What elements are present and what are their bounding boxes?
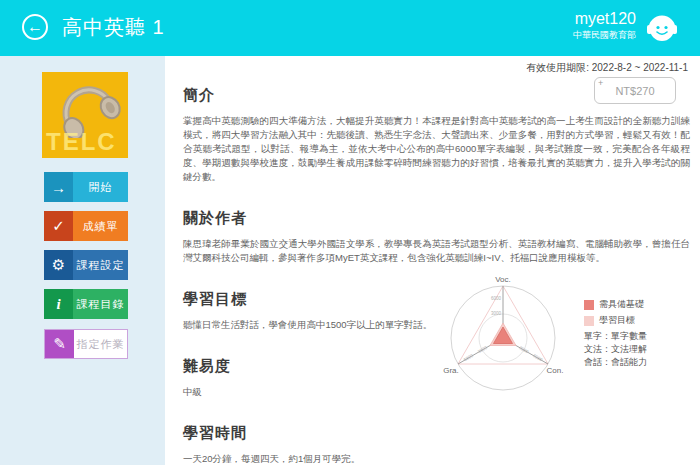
course-cover: TELC — [42, 72, 128, 158]
page-title: 高中英聽 1 — [62, 14, 165, 41]
pencil-icon: ✎ — [45, 330, 74, 358]
chart-legend: 需具備基礎 學習目標 單字：單字數量 文法：文法理解 會話：會話能力 — [584, 274, 647, 399]
account-block: myet120 中華民國教育部 — [573, 9, 636, 41]
tick-label: 3000 — [477, 345, 489, 355]
check-icon: ✓ — [44, 211, 73, 241]
legend-note-voc: 單字：單字數量 — [584, 330, 647, 343]
sidebar-item-label: 指定作業 — [74, 330, 127, 358]
account-organization: 中華民國教育部 — [573, 29, 636, 41]
legend-swatch-base — [584, 300, 594, 310]
account-name: myet120 — [573, 9, 636, 29]
tick-label: 6000 — [463, 353, 475, 363]
section-body-author: 陳思瑋老師畢業於國立交通大學外國語文學系，教學專長為英語考試題型分析、英語教材編… — [183, 237, 690, 265]
gear-icon: ⚙ — [44, 250, 73, 280]
sidebar-item-label: 課程目錄 — [73, 289, 128, 319]
section-heading-study-time: 學習時間 — [183, 424, 690, 443]
content-panel: 有效使用期限: 2022-8-2 ~ 2022-11-1 + NT$270 簡介… — [165, 56, 700, 465]
arrow-left-icon: ← — [27, 19, 43, 35]
price-button[interactable]: + NT$270 — [594, 77, 676, 104]
sidebar-item-course-catalog[interactable]: i 課程目錄 — [44, 289, 128, 319]
sidebar-item-label: 課程設定 — [73, 250, 128, 280]
section-body-intro: 掌握高中英聽測驗的四大準備方法，大幅提升英聽實力！本課程是針對高中英聽考試的高一… — [183, 114, 690, 184]
topbar: ← 高中英聽 1 myet120 中華民國教育部 — [0, 0, 700, 56]
section-heading-author: 關於作者 — [183, 209, 690, 228]
legend-note-con: 會話：會話能力 — [584, 356, 647, 369]
tick-label: 3000 — [518, 345, 530, 355]
course-description: 簡介 掌握高中英聽測驗的四大準備方法，大幅提升英聽實力！本課程是針對高中英聽考試… — [165, 56, 690, 465]
validity-period: 有效使用期限: 2022-8-2 ~ 2022-11-1 — [526, 61, 688, 75]
legend-label-base: 需具備基礎 — [599, 298, 644, 311]
course-cover-label: TELC — [46, 128, 117, 156]
axis-label-con: Con. — [547, 366, 564, 375]
headset-smiley-icon — [644, 10, 680, 46]
plus-icon: + — [598, 78, 603, 88]
sidebar-item-label: 成績單 — [73, 211, 128, 241]
tick-label: 6000 — [491, 296, 502, 301]
sidebar-item-assignments[interactable]: ✎ 指定作業 — [44, 329, 128, 359]
sidebar-item-course-settings[interactable]: ⚙ 課程設定 — [44, 250, 128, 280]
info-icon: i — [44, 289, 73, 319]
section-body-study-time: 一天20分鐘，每週四天，約1個月可學完。 — [183, 452, 690, 465]
sidebar-item-label: 開始 — [73, 172, 128, 202]
back-button[interactable]: ← — [22, 14, 48, 40]
legend-label-goal: 學習目標 — [599, 314, 635, 327]
axis-label-gra: Gra. — [443, 366, 459, 375]
arrow-right-icon: → — [44, 172, 73, 202]
tick-label: 3000 — [491, 311, 502, 316]
legend-note-gra: 文法：文法理解 — [584, 343, 647, 356]
sidebar-item-start[interactable]: → 開始 — [44, 172, 128, 202]
legend-swatch-goal — [584, 316, 594, 326]
sidebar-item-report-card[interactable]: ✓ 成績單 — [44, 211, 128, 241]
price-label: NT$270 — [615, 85, 654, 97]
axis-label-voc: Voc. — [495, 275, 511, 284]
radar-plot: Voc. Gra. Con. 6000 3000 3000 6000 3000 … — [441, 274, 576, 396]
skill-radar-chart: Voc. Gra. Con. 6000 3000 3000 6000 3000 … — [441, 274, 691, 399]
